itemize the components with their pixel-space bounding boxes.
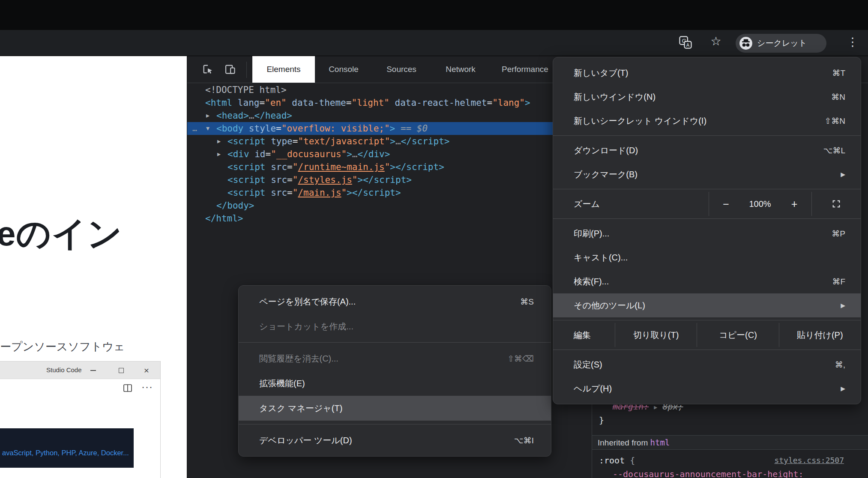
dom-tree-line[interactable]: <script src="/styles.js"></script> (187, 173, 592, 186)
dom-token: </body> (216, 200, 254, 211)
menu-item-help[interactable]: ヘルプ(H)▶ (553, 376, 861, 400)
translate-icon-svg: G A (679, 36, 692, 49)
tab-performance[interactable]: Performance (502, 56, 548, 83)
dom-token: " (293, 175, 298, 185)
menu-item-copy[interactable]: コピー(C) (697, 323, 778, 347)
dom-tree-line[interactable]: <html lang="en" data-theme="light" data-… (187, 96, 592, 109)
menu-separator (553, 135, 861, 136)
dom-tree-line[interactable]: <script src="/runtime~main.js"></script> (187, 161, 592, 173)
dom-token: </script> (401, 136, 450, 146)
dom-token: " (385, 162, 390, 172)
zoom-out-button[interactable]: − (709, 192, 743, 216)
menu-item-label: 拡張機能(E) (259, 378, 305, 389)
dom-token: "__docusaurus" (271, 149, 347, 159)
dom-token: </head> (254, 111, 293, 121)
dom-token: <script (227, 188, 266, 198)
dom-tree-line[interactable]: ▸<div id="__docusaurus">…</div> (187, 148, 592, 161)
dom-token: = (287, 162, 293, 172)
dom-token: … (352, 149, 358, 159)
menu-item-cut[interactable]: 切り取り(T) (615, 323, 697, 347)
inherited-from-label: Inherited from (598, 438, 650, 447)
css-selector: :root (599, 455, 625, 466)
dom-tree-line[interactable]: ▸<script type="text/javascript">…</scrip… (187, 135, 592, 148)
maximize-icon (115, 361, 128, 379)
dom-tree-line[interactable]: </html> (187, 212, 592, 225)
dom-token: " (293, 162, 298, 172)
submenu-arrow-icon: ▶ (841, 385, 845, 392)
vscode-window-title: Studio Code (46, 366, 82, 373)
tab-console[interactable]: Console (329, 56, 359, 83)
css-rule-root[interactable]: :root { styles.css:2507 (592, 454, 868, 467)
chrome-submenu: ページを別名で保存(A)...⌘Sショートカットを作成...閲覧履歴を消去(C)… (238, 285, 551, 457)
menu-item-bookmarks[interactable]: ブックマーク(B)▶ (553, 162, 861, 186)
dom-tree-line[interactable]: …▾<body style="overflow: visible;"> == $… (187, 122, 592, 135)
dom-token: "overflow: visible;" (281, 123, 390, 134)
menu-item-shortcut: ⌘P (832, 229, 845, 239)
dom-token: lang (232, 98, 259, 108)
menu-item-extensions[interactable]: 拡張機能(E) (239, 371, 551, 396)
fullscreen-button[interactable] (811, 192, 861, 216)
menu-item-paste[interactable]: 貼り付け(P) (779, 323, 861, 347)
dom-token: src (266, 175, 287, 185)
tab-elements[interactable]: Elements (252, 56, 315, 83)
dom-tree-line[interactable]: <!DOCTYPE html> (187, 84, 592, 96)
split-editor-icon (123, 384, 132, 394)
dom-token: " (293, 188, 298, 198)
style-source-link[interactable]: styles.css:2507 (774, 454, 844, 467)
vscode-titlebar: Studio Code × (0, 361, 160, 379)
inspect-element-icon[interactable] (202, 63, 214, 77)
menu-item-new-window[interactable]: 新しいウインドウ(N)⌘N (553, 85, 861, 109)
screen: G A ☆ シークレット ⋮ eのイン ープンソースソフトウェ Codeは、その… (0, 0, 868, 478)
menu-item-save-page-as[interactable]: ページを別名で保存(A)...⌘S (239, 289, 551, 314)
incognito-badge[interactable]: シークレット (736, 34, 826, 53)
browser-menu-button[interactable]: ⋮ (847, 35, 859, 49)
menu-separator (553, 350, 861, 350)
menu-item-label: その他のツール(L) (574, 300, 645, 311)
menu-item-task-manager[interactable]: タスク マネージャ(T) (239, 396, 551, 421)
menu-item-label: 閲覧履歴を消去(C)... (259, 353, 338, 364)
menu-separator (553, 218, 861, 219)
translate-icon[interactable]: G A (679, 36, 692, 51)
dom-token: = (259, 98, 265, 108)
menu-item-create-shortcut[interactable]: ショートカットを作成... (239, 314, 551, 339)
more-actions-icon: ··· (141, 381, 153, 393)
dom-token: = (287, 188, 293, 198)
dom-token: <div (227, 149, 249, 159)
dom-token: ></script> (347, 188, 401, 198)
menu-item-print[interactable]: 印刷(P)...⌘P (553, 221, 861, 245)
open-brace: { (625, 455, 635, 466)
menu-item-new-incognito-window[interactable]: 新しいシークレット ウインドウ(I)⇧⌘N (553, 109, 861, 133)
menu-item-clear-browsing-data[interactable]: 閲覧履歴を消去(C)...⇧⌘⌫ (239, 346, 551, 371)
dom-token: </html> (205, 213, 243, 224)
dom-token: > (390, 123, 395, 134)
menu-item-settings[interactable]: 設定(S)⌘, (553, 353, 861, 376)
menu-item-find[interactable]: 検索(F)...⌘F (553, 269, 861, 293)
menu-item-developer-tools[interactable]: デベロッパー ツール(D)⌥⌘I (239, 428, 551, 453)
dom-tree-line[interactable]: ▸<head>…</head> (187, 109, 592, 122)
menu-item-downloads[interactable]: ダウンロード(D)⌥⌘L (553, 138, 861, 162)
inherited-node-link[interactable]: html (650, 438, 670, 447)
dom-token: == $0 (395, 123, 428, 134)
menu-item-label: ズーム (574, 198, 600, 210)
dom-tree-line[interactable]: </body> (187, 199, 592, 212)
menu-item-more-tools[interactable]: その他のツール(L)▶ (553, 293, 861, 317)
node-menu-dots-icon[interactable]: … (192, 122, 196, 135)
menu-item-label: 検索(F)... (574, 276, 609, 287)
collapse-arrow-icon[interactable]: ▾ (206, 122, 210, 135)
tab-network[interactable]: Network (446, 56, 476, 83)
device-toolbar-icon[interactable] (224, 63, 236, 77)
css-custom-property[interactable]: --docusaurus-announcement-bar-height: (592, 468, 868, 478)
zoom-in-button[interactable]: + (777, 192, 811, 216)
expand-arrow-icon[interactable]: ▸ (217, 135, 221, 148)
bookmark-star-icon[interactable]: ☆ (709, 34, 723, 48)
menu-item-cast[interactable]: キャスト(C)... (553, 245, 861, 269)
expand-arrow-icon[interactable]: ▸ (206, 109, 210, 122)
menu-item-label: ショートカットを作成... (259, 321, 353, 332)
dom-tree-line[interactable]: <script src="/main.js"></script> (187, 186, 592, 199)
menu-item-label: 印刷(P)... (574, 228, 609, 239)
menu-item-new-tab[interactable]: 新しいタブ(T)⌘T (553, 61, 861, 85)
dom-token: = (287, 175, 293, 185)
tab-sources[interactable]: Sources (386, 56, 416, 83)
expand-arrow-icon[interactable]: ▸ (217, 148, 221, 161)
zoom-controls: −100%+ (709, 192, 861, 216)
